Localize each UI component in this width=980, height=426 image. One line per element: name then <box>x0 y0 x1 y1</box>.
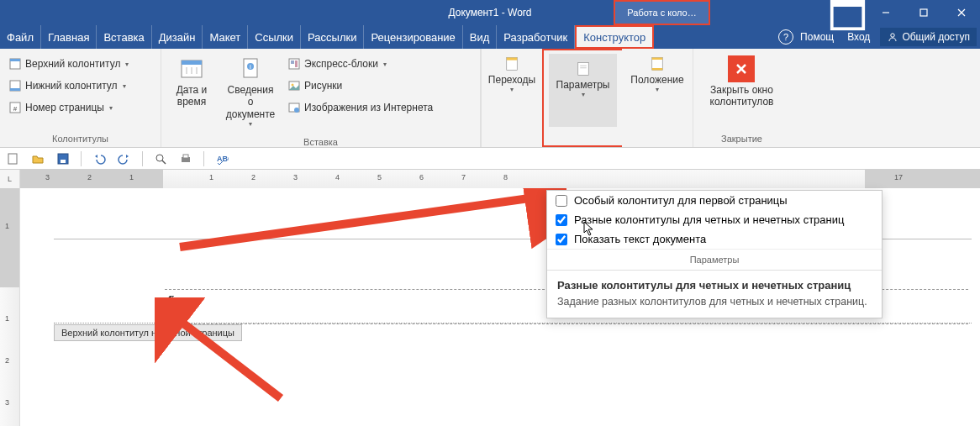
ribbon: Верхний колонтитул▾ Нижний колонтитул▾ #… <box>0 49 980 148</box>
header-section-tag: Верхний колонтитул нечетной страницы <box>54 324 242 341</box>
ruler-corner[interactable]: L <box>0 170 20 188</box>
group-label-insert: Вставка <box>161 135 480 150</box>
vertical-ruler[interactable]: 1 1 2 3 <box>0 188 20 426</box>
svg-rect-34 <box>652 58 663 60</box>
quick-print-icon[interactable] <box>178 151 193 166</box>
svg-rect-3 <box>920 9 927 16</box>
svg-rect-30 <box>577 63 588 76</box>
redo-icon[interactable] <box>117 151 132 166</box>
svg-text:i: i <box>250 63 251 71</box>
panel-group-label: Параметры <box>547 249 882 270</box>
checkbox-show-text[interactable] <box>556 234 567 245</box>
tab-file[interactable]: Файл <box>0 25 41 49</box>
svg-rect-40 <box>61 160 66 163</box>
close-header-footer-button[interactable]: Закрыть окно колонтитулов <box>703 52 781 112</box>
open-icon[interactable] <box>30 151 45 166</box>
options-button[interactable]: Параметры▾ <box>549 54 617 127</box>
option-different-first-page[interactable]: Особый колонтитул для первой страницы <box>547 191 882 210</box>
page-number-button[interactable]: # Номер страницы▾ <box>5 99 116 116</box>
pilcrow-mark: ¶ <box>168 293 175 307</box>
svg-rect-44 <box>183 155 188 158</box>
quickparts-button[interactable]: Экспресс-блоки▾ <box>284 55 436 72</box>
tab-layout[interactable]: Макет <box>203 25 248 49</box>
position-button[interactable]: Положение▾ <box>624 52 690 97</box>
tab-references[interactable]: Ссылки <box>248 25 301 49</box>
help-label[interactable]: Помощ <box>800 31 834 43</box>
tab-design[interactable]: Дизайн <box>152 25 203 49</box>
horizontal-ruler[interactable]: 3 2 1 1 2 3 4 5 6 7 8 17 <box>20 170 980 188</box>
header-boundary-line <box>54 323 972 323</box>
tab-developer[interactable]: Разработчик <box>497 25 575 49</box>
svg-text:#: # <box>13 105 18 113</box>
docinfo-button[interactable]: i Сведения о документе▾ <box>217 52 284 132</box>
tooltip-title: Разные колонтитулы для четных и нечетных… <box>557 279 872 292</box>
goto-header-button[interactable]: Переходы▾ <box>482 52 542 97</box>
tab-review[interactable]: Рецензирование <box>364 25 462 49</box>
svg-point-41 <box>156 155 163 161</box>
svg-rect-29 <box>507 58 518 60</box>
maximize-button[interactable] <box>904 0 942 25</box>
option-different-odd-even[interactable]: Разные колонтитулы для четных и нечетных… <box>547 210 882 229</box>
option-show-document-text[interactable]: Показать текст документа <box>547 229 882 249</box>
share-button[interactable]: Общий доступ <box>880 28 977 46</box>
window-title: Документ1 - Word <box>448 7 531 18</box>
signin-link[interactable]: Вход <box>847 31 870 43</box>
tooltip: Разные колонтитулы для четных и нечетных… <box>547 270 882 318</box>
datetime-button[interactable]: Дата и время <box>166 52 217 112</box>
minimize-button[interactable] <box>867 0 904 25</box>
tab-designer-active[interactable]: Конструктор <box>575 25 654 49</box>
svg-rect-14 <box>182 60 202 65</box>
save-icon[interactable] <box>55 151 71 166</box>
tab-mailings[interactable]: Рассылки <box>301 25 364 49</box>
svg-line-46 <box>180 197 541 247</box>
tab-insert[interactable]: Вставка <box>97 25 151 49</box>
options-dropdown-panel: Особый колонтитул для первой страницы Ра… <box>546 190 883 318</box>
group-label-headersfooters: Колонтитулы <box>0 132 161 147</box>
svg-rect-8 <box>10 59 20 61</box>
new-doc-icon[interactable] <box>5 151 20 166</box>
quick-access-toolbar: ABC <box>0 148 980 170</box>
spellcheck-icon[interactable]: ABC <box>214 151 229 166</box>
tab-view[interactable]: Вид <box>463 25 498 49</box>
print-preview-icon[interactable] <box>153 151 168 166</box>
svg-point-6 <box>891 34 894 37</box>
title-bar: Документ1 - Word Работа с коло… <box>0 0 980 25</box>
tab-home[interactable]: Главная <box>41 25 97 49</box>
svg-rect-22 <box>291 60 294 64</box>
contextual-tab-label: Работа с коло… <box>614 0 710 25</box>
checkbox-odd-even[interactable] <box>556 214 567 226</box>
cursor-icon <box>582 220 596 237</box>
svg-point-27 <box>294 108 299 113</box>
ribbon-display-options-icon[interactable] <box>829 0 867 25</box>
footer-button[interactable]: Нижний колонтитул▾ <box>5 77 129 94</box>
undo-icon[interactable] <box>92 151 107 166</box>
pictures-button[interactable]: Рисунки <box>284 77 436 94</box>
annotation-arrow-1 <box>171 188 566 255</box>
close-button[interactable] <box>942 0 980 25</box>
help-icon[interactable]: ? <box>778 29 793 45</box>
online-pictures-button[interactable]: Изображения из Интернета <box>284 99 436 116</box>
svg-rect-1 <box>832 0 864 7</box>
checkbox-first-page[interactable] <box>556 195 567 207</box>
horizontal-ruler-row: L 3 2 1 1 2 3 4 5 6 7 8 17 <box>0 170 980 188</box>
svg-line-42 <box>162 160 166 164</box>
svg-rect-35 <box>652 68 663 71</box>
document-area: 1 1 2 3 ¶ Верхний колонтитул нечетной ст… <box>0 188 980 426</box>
svg-rect-10 <box>10 88 20 91</box>
group-label-close: Закрытие <box>693 132 790 147</box>
close-icon <box>728 55 755 82</box>
tooltip-body: Задание разных колонтитулов для четных и… <box>557 295 872 309</box>
header-button[interactable]: Верхний колонтитул▾ <box>5 55 132 72</box>
svg-rect-38 <box>8 154 17 164</box>
svg-rect-23 <box>295 60 298 67</box>
